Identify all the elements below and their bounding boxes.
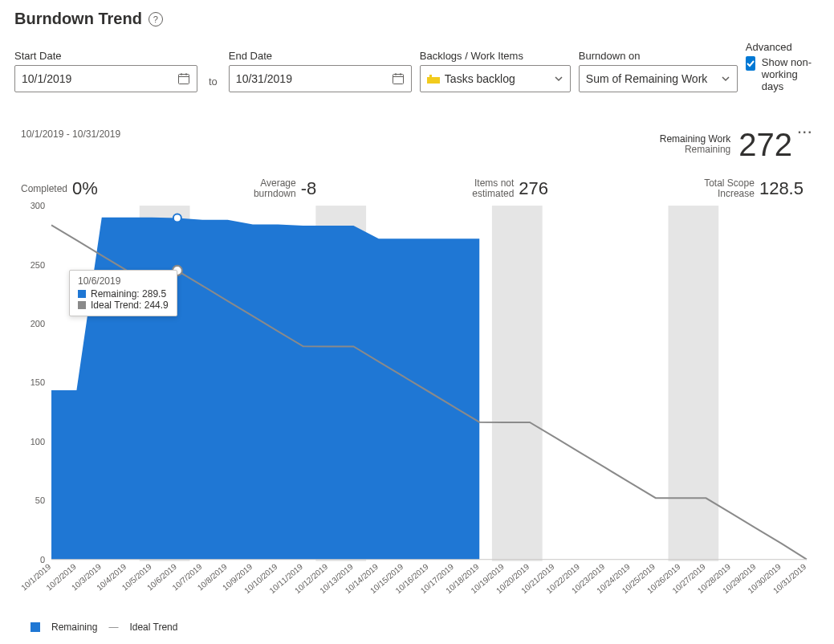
svg-rect-12 [492, 206, 543, 561]
svg-rect-13 [668, 206, 718, 561]
svg-rect-9 [429, 75, 432, 77]
scope-increase-label: Total Scope Increase [704, 178, 755, 198]
remaining-sublabel: Remaining [685, 145, 730, 155]
backlogs-label: Backlogs / Work Items [420, 50, 571, 62]
end-date-value: 10/31/2019 [236, 72, 392, 85]
chart-tooltip: 10/6/2019 Remaining: 289.5 Ideal Trend: … [69, 270, 177, 316]
backlogs-select[interactable]: Tasks backlog [420, 65, 571, 92]
tooltip-remaining-swatch [78, 290, 86, 298]
remaining-work-stat: Remaining Work Remaining 272 [660, 128, 792, 161]
legend-remaining-label: Remaining [51, 622, 97, 633]
advanced-label: Advanced [746, 41, 820, 53]
svg-rect-4 [393, 75, 403, 84]
chevron-down-icon [554, 74, 563, 84]
backlogs-value: Tasks backlog [445, 72, 554, 85]
date-range-text: 10/1/2019 - 10/31/2019 [21, 128, 120, 140]
completed-label: Completed [21, 184, 67, 194]
svg-text:300: 300 [31, 202, 45, 210]
tooltip-date: 10/6/2019 [78, 275, 169, 287]
chart-card: ··· 10/1/2019 - 10/31/2019 Remaining Wor… [11, 120, 823, 636]
burndown-on-label: Burndown on [579, 50, 738, 62]
help-icon[interactable]: ? [148, 12, 163, 26]
start-date-input[interactable]: 10/1/2019 [14, 65, 197, 92]
tooltip-ideal-swatch [78, 301, 86, 309]
burndown-on-value: Sum of Remaining Work [586, 72, 721, 85]
legend-ideal-label: Ideal Trend [129, 622, 177, 633]
svg-rect-8 [427, 77, 440, 84]
controls-bar: Start Date 10/1/2019 to End Date 10/31/2… [0, 33, 834, 104]
remaining-work-value: 272 [738, 128, 792, 161]
start-date-value: 10/1/2019 [22, 72, 177, 85]
svg-text:250: 250 [31, 260, 45, 270]
page-title: Burndown Trend [14, 10, 142, 28]
scope-increase-value: 128.5 [759, 178, 803, 199]
svg-point-53 [173, 214, 181, 222]
burndown-on-select[interactable]: Sum of Remaining Work [579, 65, 738, 92]
tooltip-remaining: Remaining: 289.5 [91, 288, 166, 300]
more-icon[interactable]: ··· [793, 122, 818, 143]
end-date-input[interactable]: 10/31/2019 [229, 65, 412, 92]
svg-text:100: 100 [31, 437, 45, 446]
svg-text:50: 50 [35, 495, 45, 505]
calendar-icon [392, 72, 405, 85]
svg-text:200: 200 [31, 319, 45, 328]
legend-remaining-swatch [31, 622, 40, 632]
start-date-label: Start Date [14, 50, 197, 62]
to-label: to [205, 75, 221, 92]
svg-text:0: 0 [40, 555, 45, 565]
avg-burndown-value: -8 [301, 178, 317, 199]
tooltip-ideal: Ideal Trend: 244.9 [91, 300, 169, 311]
calendar-icon [177, 72, 190, 85]
svg-rect-0 [179, 75, 189, 84]
show-nonworking-checkbox[interactable] [746, 56, 755, 71]
tasks-icon [427, 73, 440, 84]
chart-legend: Remaining — Ideal Trend [31, 622, 177, 633]
completed-value: 0% [72, 178, 98, 199]
show-nonworking-label: Show non-working days [762, 56, 820, 92]
svg-text:150: 150 [31, 377, 45, 387]
chevron-down-icon [721, 74, 730, 84]
avg-burndown-label: Average burndown [254, 178, 296, 198]
items-not-estimated-label: Items not estimated [472, 178, 514, 198]
burndown-chart: 05010015020025030010/1/201910/2/201910/3… [19, 202, 815, 612]
items-not-estimated-value: 276 [519, 178, 548, 199]
end-date-label: End Date [229, 50, 412, 62]
